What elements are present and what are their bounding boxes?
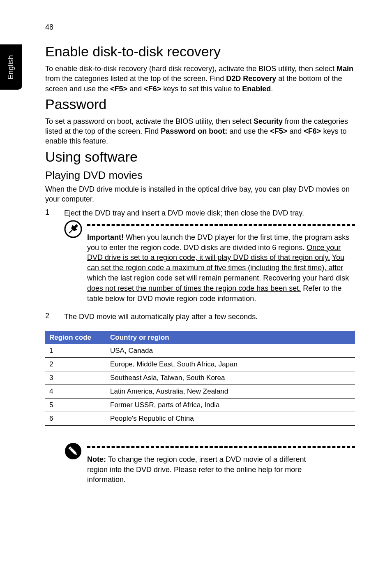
- language-tab-label: English: [7, 55, 16, 79]
- text-bold: <F6>: [304, 127, 321, 135]
- svg-rect-2: [69, 229, 73, 233]
- heading-password: Password: [45, 96, 355, 112]
- heading-enable-d2d: Enable disk-to-disk recovery: [45, 44, 355, 60]
- text-bold: Main: [337, 65, 353, 73]
- table-header-row: Region code Country or region: [45, 331, 355, 344]
- language-tab: English: [0, 44, 22, 90]
- list-number: 1: [45, 208, 64, 218]
- cell-region-code: 3: [45, 371, 106, 385]
- list-text: Eject the DVD tray and insert a DVD movi…: [64, 208, 304, 218]
- note-body: Note: To change the region code, insert …: [87, 454, 355, 485]
- text: To change the region code, insert a DVD …: [87, 455, 306, 484]
- text: keys to set this value to: [161, 85, 242, 93]
- text: and: [127, 85, 144, 93]
- table-header: Region code: [45, 331, 106, 344]
- text: and use the: [227, 127, 270, 135]
- text-bold: Security: [254, 117, 283, 125]
- list-item: 2 The DVD movie will automatically play …: [45, 312, 355, 322]
- text-bold: Enabled: [242, 85, 271, 93]
- text-bold: <F5>: [270, 127, 287, 135]
- heading-using-software: Using software: [45, 149, 355, 165]
- text-bold: <F5>: [110, 85, 127, 93]
- important-callout: Important! When you launch the DVD playe…: [64, 224, 355, 304]
- text-bold: Note:: [87, 455, 106, 463]
- text: and: [287, 127, 304, 135]
- list-number: 2: [45, 312, 64, 322]
- note-callout: Note: To change the region code, insert …: [64, 446, 355, 485]
- cell-region-name: Southeast Asia, Taiwan, South Korea: [106, 371, 355, 385]
- text: from the categories listed at the top of…: [45, 74, 226, 83]
- pencil-icon: [64, 442, 82, 460]
- page-content: Enable disk-to-disk recovery To enable d…: [45, 0, 355, 485]
- cell-region-code: 2: [45, 357, 106, 371]
- table-header: Country or region: [106, 331, 355, 344]
- cell-region-code: 6: [45, 412, 106, 425]
- subheading-playing-dvd: Playing DVD movies: [45, 169, 355, 182]
- cell-region-code: 5: [45, 398, 106, 412]
- dashed-rule: [87, 224, 355, 226]
- para-enable-d2d: To enable disk-to-disk recovery (hard di…: [45, 64, 355, 94]
- important-body: Important! When you launch the DVD playe…: [87, 232, 355, 304]
- table-row: 1 USA, Canada: [45, 344, 355, 358]
- cell-region-code: 4: [45, 385, 106, 398]
- region-code-table: Region code Country or region 1 USA, Can…: [45, 331, 355, 426]
- table-row: 5 Former USSR, parts of Africa, India: [45, 398, 355, 412]
- cell-region-code: 1: [45, 344, 106, 358]
- text-bold: D2D Recovery: [226, 74, 276, 83]
- list-item: 1 Eject the DVD tray and insert a DVD mo…: [45, 208, 355, 218]
- table-row: 3 Southeast Asia, Taiwan, South Korea: [45, 371, 355, 385]
- table-row: 4 Latin America, Australia, New Zealand: [45, 385, 355, 398]
- text-bold: Important!: [87, 233, 124, 241]
- dashed-rule: [87, 446, 355, 448]
- list-text: The DVD movie will automatically play af…: [64, 312, 258, 322]
- cell-region-name: People's Republic of China: [106, 412, 355, 425]
- cell-region-name: Latin America, Australia, New Zealand: [106, 385, 355, 398]
- text-bold: Password on boot:: [161, 127, 227, 135]
- cell-region-name: Europe, Middle East, South Africa, Japan: [106, 357, 355, 371]
- text: To set a password on boot, activate the …: [45, 117, 254, 125]
- table-row: 2 Europe, Middle East, South Africa, Jap…: [45, 357, 355, 371]
- cell-region-name: Former USSR, parts of Africa, India: [106, 398, 355, 412]
- pin-icon: [64, 220, 82, 238]
- text-bold: <F6>: [144, 85, 161, 93]
- table-row: 6 People's Republic of China: [45, 412, 355, 425]
- page-number: 48: [45, 23, 53, 32]
- text: .: [271, 85, 273, 93]
- cell-region-name: USA, Canada: [106, 344, 355, 358]
- para-password: To set a password on boot, activate the …: [45, 116, 355, 146]
- text: To enable disk-to-disk recovery (hard di…: [45, 65, 337, 73]
- para-dvd-intro: When the DVD drive module is installed i…: [45, 184, 355, 204]
